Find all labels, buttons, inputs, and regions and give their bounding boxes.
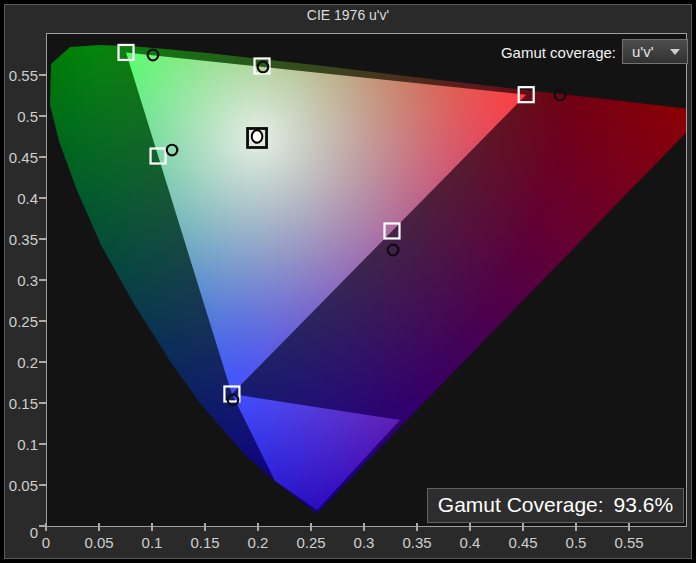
cie-1976-chart-window: { "title": "CIE 1976 u'v'", "controls": … xyxy=(0,0,696,563)
x-tick-label: 0.15 xyxy=(181,534,229,551)
y-tick-mark xyxy=(39,197,47,199)
x-tick-label: 0.5 xyxy=(552,534,600,551)
y-tick-label: 0.15 xyxy=(0,395,38,412)
y-tick-mark xyxy=(39,320,47,322)
y-tick-label: 0.25 xyxy=(0,313,38,330)
y-tick-mark xyxy=(39,238,47,240)
gamut-coverage-badge-value: 93.6% xyxy=(614,493,674,516)
y-tick-label: 0.55 xyxy=(0,67,38,84)
y-tick-label: 0.5 xyxy=(0,108,38,125)
x-tick-mark xyxy=(257,523,259,531)
x-tick-mark xyxy=(628,523,630,531)
y-tick-mark xyxy=(39,74,47,76)
y-tick-label: 0.3 xyxy=(0,272,38,289)
y-tick-label: 0 xyxy=(0,524,38,541)
gamut-coverage-badge: Gamut Coverage:93.6% xyxy=(427,488,684,523)
x-tick-mark xyxy=(98,523,100,531)
x-tick-label: 0.35 xyxy=(393,534,441,551)
y-tick-label: 0.1 xyxy=(0,436,38,453)
gamut-coverage-dropdown[interactable]: u'v' xyxy=(622,39,688,64)
x-tick-label: 0.05 xyxy=(75,534,123,551)
cie-diagram xyxy=(47,34,686,526)
y-tick-mark xyxy=(39,525,47,527)
y-tick-label: 0.05 xyxy=(0,477,38,494)
x-tick-mark xyxy=(310,523,312,531)
chevron-down-icon xyxy=(670,49,680,55)
measured-point-white xyxy=(252,130,263,143)
x-tick-label: 0.4 xyxy=(446,534,494,551)
x-tick-label: 0.25 xyxy=(287,534,335,551)
y-tick-mark xyxy=(39,361,47,363)
x-tick-label: 0.1 xyxy=(128,534,176,551)
gamut-coverage-dropdown-label: Gamut coverage: xyxy=(436,44,616,61)
x-tick-mark xyxy=(469,523,471,531)
x-tick-mark xyxy=(575,523,577,531)
y-tick-mark xyxy=(39,156,47,158)
chromaticity-plot xyxy=(46,33,687,527)
y-tick-label: 0.45 xyxy=(0,149,38,166)
y-tick-mark xyxy=(39,115,47,117)
x-tick-mark xyxy=(151,523,153,531)
x-tick-mark xyxy=(204,523,206,531)
x-tick-label: 0.45 xyxy=(499,534,547,551)
y-tick-label: 0.35 xyxy=(0,231,38,248)
y-tick-label: 0.4 xyxy=(0,190,38,207)
dropdown-selected-value: u'v' xyxy=(632,43,654,60)
y-tick-label: 0.2 xyxy=(0,354,38,371)
x-tick-mark xyxy=(416,523,418,531)
y-tick-mark xyxy=(39,279,47,281)
y-tick-mark xyxy=(39,402,47,404)
chart-title: CIE 1976 u'v' xyxy=(0,7,696,23)
x-tick-mark xyxy=(522,523,524,531)
y-tick-mark xyxy=(39,443,47,445)
x-tick-label: 0.55 xyxy=(605,534,653,551)
x-tick-label: 0.2 xyxy=(234,534,282,551)
y-tick-mark xyxy=(39,484,47,486)
x-tick-mark xyxy=(363,523,365,531)
gamut-coverage-badge-label: Gamut Coverage: xyxy=(438,493,604,516)
x-tick-label: 0.3 xyxy=(340,534,388,551)
